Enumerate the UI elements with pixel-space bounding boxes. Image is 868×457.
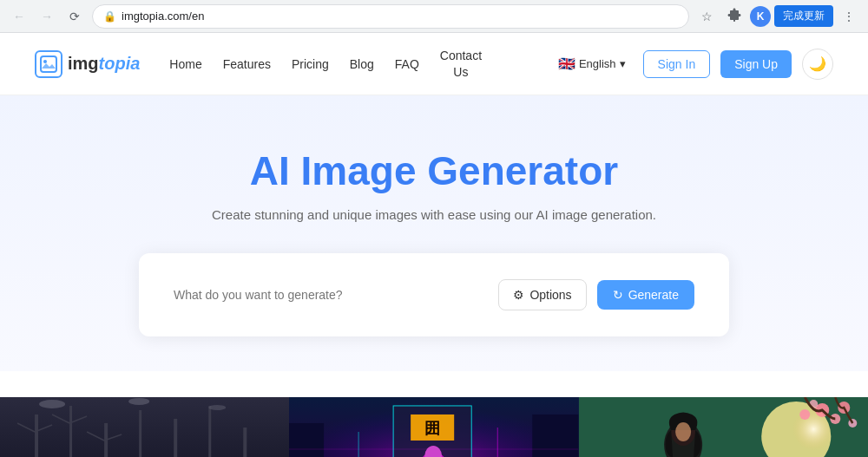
back-button[interactable]: ←	[7, 4, 31, 29]
language-selector[interactable]: 🇬🇧 English ▾	[551, 52, 633, 75]
generate-card: ⚙ Options ↻ Generate	[139, 253, 729, 336]
svg-point-19	[128, 398, 149, 405]
nav-features[interactable]: Features	[214, 52, 279, 76]
chevron-down-icon: ▾	[620, 57, 626, 70]
profile-avatar[interactable]: K	[750, 6, 771, 27]
nav-right: 🇬🇧 English ▾ Sign In Sign Up 🌙	[551, 49, 833, 80]
svg-point-47	[675, 422, 691, 441]
puzzle-icon	[727, 8, 741, 24]
navbar: imgtopia Home Features Pricing Blog FAQ …	[0, 33, 868, 95]
options-button[interactable]: ⚙ Options	[498, 279, 586, 310]
image-preview-2: 囲	[289, 397, 578, 457]
reload-button[interactable]: ⟳	[62, 4, 87, 29]
svg-rect-10	[243, 428, 247, 457]
star-icon: ☆	[701, 10, 713, 23]
generate-input[interactable]	[174, 288, 488, 302]
svg-rect-0	[41, 56, 56, 72]
svg-point-1	[43, 60, 47, 63]
forward-button[interactable]: →	[35, 4, 59, 29]
nav-contact-us[interactable]: Contact Us	[431, 42, 490, 84]
dark-mode-button[interactable]: 🌙	[802, 49, 833, 80]
generate-input-row: ⚙ Options ↻ Generate	[174, 279, 694, 310]
svg-rect-7	[139, 410, 141, 457]
address-text: imgtopia.com/en	[122, 10, 204, 23]
svg-rect-4	[35, 415, 38, 457]
nav-home[interactable]: Home	[161, 52, 210, 76]
image-preview-1	[0, 397, 289, 457]
logo-icon	[35, 50, 62, 78]
browser-actions: ☆ K 完成更新 ⋮	[694, 4, 861, 29]
svg-point-44	[799, 409, 810, 420]
sign-up-button[interactable]: Sign Up	[720, 50, 792, 78]
browser-chrome: ← → ⟳ 🔒 imgtopia.com/en ☆ K 完成更新 ⋮	[0, 0, 868, 33]
svg-rect-5	[69, 406, 72, 457]
logo-italic: topia	[99, 54, 141, 73]
nav-faq[interactable]: FAQ	[386, 52, 428, 76]
logo[interactable]: imgtopia	[35, 50, 140, 78]
website: imgtopia Home Features Pricing Blog FAQ …	[0, 33, 868, 457]
nav-links: Home Features Pricing Blog FAQ Contact U…	[161, 42, 530, 84]
logo-text: imgtopia	[68, 54, 140, 74]
gear-icon: ⚙	[513, 288, 524, 302]
generate-label: Generate	[628, 288, 679, 302]
update-button[interactable]: 完成更新	[774, 5, 833, 27]
nav-blog[interactable]: Blog	[341, 52, 383, 76]
hero-section: AI Image Generator Create stunning and u…	[0, 95, 868, 371]
hero-subtitle: Create stunning and unique images with e…	[35, 207, 833, 222]
menu-button[interactable]: ⋮	[837, 4, 861, 29]
language-flag: 🇬🇧	[558, 55, 575, 72]
svg-rect-24	[533, 415, 579, 457]
star-button[interactable]: ☆	[694, 4, 719, 29]
svg-point-20	[208, 405, 226, 410]
browser-nav-buttons: ← → ⟳	[7, 4, 87, 29]
image-previews: 囲	[0, 397, 868, 457]
options-label: Options	[529, 288, 571, 302]
svg-text:囲: 囲	[424, 420, 440, 437]
svg-rect-9	[208, 406, 211, 457]
refresh-icon: ↻	[613, 288, 623, 302]
svg-rect-23	[289, 423, 324, 457]
svg-point-18	[39, 400, 65, 408]
extensions-button[interactable]	[722, 4, 746, 29]
nav-pricing[interactable]: Pricing	[283, 52, 338, 76]
hero-title: AI Image Generator	[35, 147, 833, 195]
address-bar[interactable]: 🔒 imgtopia.com/en	[92, 4, 689, 29]
sign-in-button[interactable]: Sign In	[643, 50, 711, 78]
moon-icon: 🌙	[809, 55, 826, 72]
lock-icon: 🔒	[103, 10, 116, 23]
image-preview-3	[579, 397, 868, 457]
svg-rect-8	[174, 419, 177, 457]
language-label: English	[579, 57, 616, 70]
generate-button[interactable]: ↻ Generate	[597, 280, 694, 310]
